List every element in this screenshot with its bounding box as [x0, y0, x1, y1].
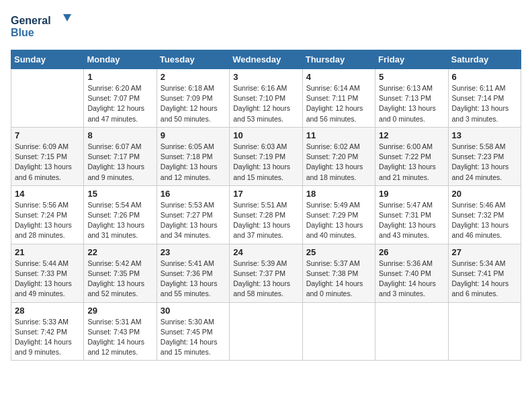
- day-number: 28: [15, 306, 80, 316]
- day-info: Sunrise: 6:14 AMSunset: 7:11 PMDaylight:…: [306, 83, 371, 124]
- logo-svg: General Blue: [11, 11, 71, 40]
- calendar-cell: 17Sunrise: 5:51 AMSunset: 7:28 PMDayligh…: [230, 185, 302, 244]
- logo: General Blue: [11, 11, 71, 40]
- day-number: 9: [161, 130, 226, 140]
- svg-marker-2: [63, 14, 71, 21]
- weekday-header-thursday: Thursday: [302, 50, 375, 69]
- day-info: Sunrise: 6:00 AMSunset: 7:22 PMDaylight:…: [379, 142, 444, 183]
- day-number: 23: [161, 247, 226, 257]
- calendar-cell: 28Sunrise: 5:33 AMSunset: 7:42 PMDayligh…: [11, 302, 84, 361]
- svg-text:Blue: Blue: [11, 27, 34, 38]
- calendar-cell: 16Sunrise: 5:53 AMSunset: 7:27 PMDayligh…: [157, 185, 229, 244]
- day-info: Sunrise: 5:54 AMSunset: 7:26 PMDaylight:…: [87, 200, 152, 241]
- day-info: Sunrise: 6:07 AMSunset: 7:17 PMDaylight:…: [87, 142, 152, 183]
- day-info: Sunrise: 6:09 AMSunset: 7:15 PMDaylight:…: [15, 142, 80, 183]
- day-number: 15: [87, 189, 152, 199]
- calendar-cell: 29Sunrise: 5:31 AMSunset: 7:43 PMDayligh…: [84, 302, 157, 361]
- calendar-cell: 26Sunrise: 5:36 AMSunset: 7:40 PMDayligh…: [375, 244, 448, 302]
- calendar-cell: 5Sunrise: 6:13 AMSunset: 7:13 PMDaylight…: [375, 69, 448, 128]
- day-number: 5: [379, 72, 444, 82]
- calendar-cell: 2Sunrise: 6:18 AMSunset: 7:09 PMDaylight…: [157, 69, 229, 128]
- calendar-cell: [230, 302, 302, 361]
- calendar-cell: 30Sunrise: 5:30 AMSunset: 7:45 PMDayligh…: [157, 302, 229, 361]
- calendar-week-row: 21Sunrise: 5:44 AMSunset: 7:33 PMDayligh…: [11, 244, 521, 302]
- calendar-cell: [448, 302, 521, 361]
- day-info: Sunrise: 6:16 AMSunset: 7:10 PMDaylight:…: [233, 83, 298, 124]
- calendar-cell: 8Sunrise: 6:07 AMSunset: 7:17 PMDaylight…: [84, 127, 157, 185]
- day-number: 1: [87, 72, 152, 82]
- weekday-header-sunday: Sunday: [11, 50, 84, 69]
- day-number: 29: [87, 306, 152, 316]
- calendar-cell: 3Sunrise: 6:16 AMSunset: 7:10 PMDaylight…: [230, 69, 302, 128]
- day-number: 17: [233, 189, 298, 199]
- day-number: 7: [15, 130, 80, 140]
- calendar-cell: 21Sunrise: 5:44 AMSunset: 7:33 PMDayligh…: [11, 244, 84, 302]
- day-info: Sunrise: 6:03 AMSunset: 7:19 PMDaylight:…: [233, 142, 298, 183]
- calendar-cell: 25Sunrise: 5:37 AMSunset: 7:38 PMDayligh…: [302, 244, 375, 302]
- day-number: 27: [452, 247, 517, 257]
- calendar-cell: 19Sunrise: 5:47 AMSunset: 7:31 PMDayligh…: [375, 185, 448, 244]
- weekday-header-tuesday: Tuesday: [157, 50, 229, 69]
- calendar-week-row: 1Sunrise: 6:20 AMSunset: 7:07 PMDaylight…: [11, 69, 521, 128]
- day-info: Sunrise: 5:44 AMSunset: 7:33 PMDaylight:…: [15, 259, 80, 300]
- day-info: Sunrise: 5:58 AMSunset: 7:23 PMDaylight:…: [452, 142, 517, 183]
- weekday-header-saturday: Saturday: [448, 50, 521, 69]
- calendar-cell: 7Sunrise: 6:09 AMSunset: 7:15 PMDaylight…: [11, 127, 84, 185]
- day-info: Sunrise: 5:30 AMSunset: 7:45 PMDaylight:…: [161, 317, 226, 358]
- day-number: 25: [306, 247, 371, 257]
- day-info: Sunrise: 5:36 AMSunset: 7:40 PMDaylight:…: [379, 259, 444, 300]
- page-header: General Blue: [11, 11, 521, 40]
- calendar-cell: 14Sunrise: 5:56 AMSunset: 7:24 PMDayligh…: [11, 185, 84, 244]
- day-number: 19: [379, 189, 444, 199]
- calendar-cell: 24Sunrise: 5:39 AMSunset: 7:37 PMDayligh…: [230, 244, 302, 302]
- weekday-header-wednesday: Wednesday: [230, 50, 302, 69]
- day-info: Sunrise: 5:49 AMSunset: 7:29 PMDaylight:…: [306, 200, 371, 241]
- calendar-cell: 20Sunrise: 5:46 AMSunset: 7:32 PMDayligh…: [448, 185, 521, 244]
- calendar-cell: 23Sunrise: 5:41 AMSunset: 7:36 PMDayligh…: [157, 244, 229, 302]
- weekday-header-row: SundayMondayTuesdayWednesdayThursdayFrid…: [11, 50, 521, 69]
- day-number: 12: [379, 130, 444, 140]
- day-info: Sunrise: 5:42 AMSunset: 7:35 PMDaylight:…: [87, 259, 152, 300]
- calendar-cell: 22Sunrise: 5:42 AMSunset: 7:35 PMDayligh…: [84, 244, 157, 302]
- day-number: 2: [161, 72, 226, 82]
- day-info: Sunrise: 5:53 AMSunset: 7:27 PMDaylight:…: [161, 200, 226, 241]
- day-number: 11: [306, 130, 371, 140]
- calendar-cell: 27Sunrise: 5:34 AMSunset: 7:41 PMDayligh…: [448, 244, 521, 302]
- calendar-cell: 6Sunrise: 6:11 AMSunset: 7:14 PMDaylight…: [448, 69, 521, 128]
- calendar-cell: [375, 302, 448, 361]
- weekday-header-friday: Friday: [375, 50, 448, 69]
- day-info: Sunrise: 5:46 AMSunset: 7:32 PMDaylight:…: [452, 200, 517, 241]
- calendar-week-row: 7Sunrise: 6:09 AMSunset: 7:15 PMDaylight…: [11, 127, 521, 185]
- day-info: Sunrise: 6:13 AMSunset: 7:13 PMDaylight:…: [379, 83, 444, 124]
- calendar-cell: 1Sunrise: 6:20 AMSunset: 7:07 PMDaylight…: [84, 69, 157, 128]
- day-number: 8: [87, 130, 152, 140]
- day-info: Sunrise: 5:51 AMSunset: 7:28 PMDaylight:…: [233, 200, 298, 241]
- calendar-cell: [302, 302, 375, 361]
- calendar-cell: [11, 69, 84, 128]
- day-number: 20: [452, 189, 517, 199]
- svg-text:General: General: [11, 15, 51, 26]
- day-number: 26: [379, 247, 444, 257]
- calendar-week-row: 28Sunrise: 5:33 AMSunset: 7:42 PMDayligh…: [11, 302, 521, 361]
- day-info: Sunrise: 5:47 AMSunset: 7:31 PMDaylight:…: [379, 200, 444, 241]
- day-info: Sunrise: 5:39 AMSunset: 7:37 PMDaylight:…: [233, 259, 298, 300]
- day-number: 18: [306, 189, 371, 199]
- calendar-cell: 9Sunrise: 6:05 AMSunset: 7:18 PMDaylight…: [157, 127, 229, 185]
- day-info: Sunrise: 6:18 AMSunset: 7:09 PMDaylight:…: [161, 83, 226, 124]
- day-number: 6: [452, 72, 517, 82]
- day-info: Sunrise: 5:34 AMSunset: 7:41 PMDaylight:…: [452, 259, 517, 300]
- day-number: 22: [87, 247, 152, 257]
- day-info: Sunrise: 6:05 AMSunset: 7:18 PMDaylight:…: [161, 142, 226, 183]
- calendar-table: SundayMondayTuesdayWednesdayThursdayFrid…: [11, 50, 521, 361]
- day-number: 14: [15, 189, 80, 199]
- day-number: 13: [452, 130, 517, 140]
- day-number: 4: [306, 72, 371, 82]
- calendar-cell: 18Sunrise: 5:49 AMSunset: 7:29 PMDayligh…: [302, 185, 375, 244]
- day-info: Sunrise: 5:31 AMSunset: 7:43 PMDaylight:…: [87, 317, 152, 358]
- calendar-cell: 15Sunrise: 5:54 AMSunset: 7:26 PMDayligh…: [84, 185, 157, 244]
- calendar-cell: 4Sunrise: 6:14 AMSunset: 7:11 PMDaylight…: [302, 69, 375, 128]
- day-info: Sunrise: 6:20 AMSunset: 7:07 PMDaylight:…: [87, 83, 152, 124]
- calendar-week-row: 14Sunrise: 5:56 AMSunset: 7:24 PMDayligh…: [11, 185, 521, 244]
- day-info: Sunrise: 6:11 AMSunset: 7:14 PMDaylight:…: [452, 83, 517, 124]
- calendar-cell: 13Sunrise: 5:58 AMSunset: 7:23 PMDayligh…: [448, 127, 521, 185]
